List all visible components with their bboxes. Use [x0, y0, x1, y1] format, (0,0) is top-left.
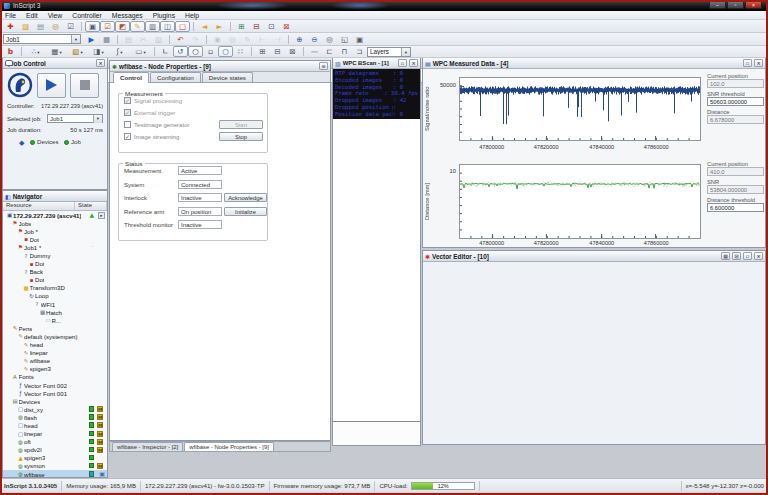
- point-style-dropdown[interactable]: ∴: [25, 46, 46, 57]
- job-selector[interactable]: Job1: [3, 34, 81, 44]
- node-style-dropdown[interactable]: ▭: [130, 46, 151, 57]
- initialize-button[interactable]: Initialize: [224, 207, 267, 216]
- view-split-toggle[interactable]: ◫: [160, 21, 175, 32]
- tree-item-default-systempen[interactable]: ✎default (systempen): [3, 332, 107, 340]
- tree-item-sysmon[interactable]: ◍sysmonM: [3, 462, 107, 470]
- menu-edit[interactable]: Edit: [21, 12, 43, 19]
- job-list-button[interactable]: ☑: [63, 21, 78, 32]
- tree-item-hatch[interactable]: ▦Hatch: [3, 308, 107, 316]
- document-tab[interactable]: wfibase - Node Properties - [9]: [184, 442, 274, 451]
- gradient-style-dropdown[interactable]: ◨: [88, 46, 109, 57]
- rect-tool-button[interactable]: ▫: [203, 46, 218, 57]
- tree-item-wfibase[interactable]: ◍wfibase: [3, 470, 107, 477]
- field-snr-threshold[interactable]: 50603.000000: [707, 97, 764, 106]
- align-right-button[interactable]: ⊐: [352, 46, 367, 57]
- tree-item-linepar[interactable]: ✎linepar: [3, 349, 107, 357]
- points-tool-button[interactable]: ∷: [233, 46, 248, 57]
- layers-selector[interactable]: Layers: [367, 47, 411, 57]
- view-inspector-toggle[interactable]: ◩: [115, 21, 130, 32]
- curve-tool-button[interactable]: ↺: [173, 46, 188, 57]
- tree-item-head[interactable]: ✎head: [3, 341, 107, 349]
- export-job-button[interactable]: ►: [212, 21, 227, 32]
- tree-item-dot[interactable]: ▪Dot: [3, 260, 107, 268]
- tree-item-pens[interactable]: ✎Pens: [3, 324, 107, 332]
- tree-item-dist-xy[interactable]: ▢dist_xyM: [3, 405, 107, 413]
- close-panel-icon[interactable]: ×: [754, 252, 763, 260]
- tree-item-172-29-227-239-ascv41[interactable]: ▣172.29.227.239 (ascv41): [3, 211, 107, 219]
- monitor-close-button[interactable]: ⊠: [279, 21, 294, 32]
- checkbox-external-trigger[interactable]: [124, 109, 131, 116]
- float-panel-icon[interactable]: ▫: [398, 59, 407, 67]
- align-left-button[interactable]: ⊏: [322, 46, 337, 57]
- align-line-button[interactable]: —: [307, 46, 322, 57]
- monitor-add-button[interactable]: ⊞: [234, 21, 249, 32]
- tree-item-oft[interactable]: ◍oftM: [3, 438, 107, 446]
- align-top-button[interactable]: ⊓: [337, 46, 352, 57]
- curve-style-dropdown[interactable]: ʃ: [109, 46, 130, 57]
- tree-item-fonts[interactable]: AFonts: [3, 373, 107, 381]
- tree-item-job1[interactable]: ⚑Job1 *: [3, 243, 107, 251]
- checkbox-signal-processing[interactable]: [124, 97, 131, 104]
- tree-item-dummy[interactable]: ?Dummy: [3, 251, 107, 259]
- import-job-button[interactable]: ◄: [197, 21, 212, 32]
- save-button[interactable]: ▤: [33, 21, 48, 32]
- pin-panel-icon[interactable]: ⊡: [732, 252, 741, 260]
- tree-item-r[interactable]: ▭R...: [3, 316, 107, 324]
- tree-item-dot[interactable]: ▪Dot: [3, 276, 107, 284]
- zoom-selection-button[interactable]: ◱: [337, 34, 352, 45]
- fill-style-dropdown[interactable]: ▦: [46, 46, 67, 57]
- float-panel-icon[interactable]: ▫: [743, 252, 752, 260]
- view-properties-toggle[interactable]: ☑: [100, 21, 115, 32]
- stop-button[interactable]: Stop: [219, 132, 263, 141]
- field-distance-threshold[interactable]: 6.600000: [707, 203, 764, 212]
- tab-device-states[interactable]: Device states: [202, 72, 253, 82]
- tree-item-transform3d[interactable]: ■Transform3D: [3, 284, 107, 292]
- acknowledge-button[interactable]: Acknowledge: [224, 193, 267, 202]
- tree-item-wfibase[interactable]: ✎wfibase: [3, 357, 107, 365]
- new-job-button[interactable]: ✚: [3, 21, 18, 32]
- pen-style-button[interactable]: b: [3, 46, 18, 57]
- close-panel-icon[interactable]: ×: [754, 59, 763, 67]
- tree-item-loop[interactable]: ↻Loop: [3, 292, 107, 300]
- tree-item-dot[interactable]: ▪Dot: [3, 235, 107, 243]
- group-button[interactable]: ⊞: [255, 46, 270, 57]
- checkbox-testimage-generator[interactable]: [124, 121, 131, 128]
- tree-item-vector-font-001[interactable]: ƒVector Font 001: [3, 389, 107, 397]
- tree-item-flash[interactable]: ◍flashM: [3, 413, 107, 421]
- menu-help[interactable]: Help: [180, 12, 204, 19]
- job-control-header[interactable]: Job Control ×: [3, 58, 107, 69]
- menu-file[interactable]: File: [0, 12, 21, 19]
- stop-job-button[interactable]: ■: [99, 34, 114, 45]
- column-state[interactable]: State: [75, 202, 107, 210]
- circle-tool-button[interactable]: ○: [188, 46, 203, 57]
- pointcloud-viewport[interactable]: [423, 262, 765, 444]
- view-navigator-toggle[interactable]: ▣: [85, 21, 100, 32]
- layers-panel-icon[interactable]: ▦: [721, 252, 730, 260]
- tree-item-spigen3[interactable]: ▲spigen3: [3, 454, 107, 462]
- measured-data-header[interactable]: WPC Measured Data - [4] ▫ ×: [423, 58, 765, 69]
- stop-job-button[interactable]: [70, 73, 99, 98]
- monitor-view-button[interactable]: ⊡: [264, 21, 279, 32]
- pin-icon[interactable]: ⊙: [319, 62, 328, 70]
- float-panel-icon[interactable]: ▫: [743, 59, 752, 67]
- undo-button[interactable]: ↶: [173, 34, 188, 45]
- open-job-button[interactable]: ▨: [18, 21, 33, 32]
- menu-view[interactable]: View: [43, 12, 68, 19]
- menu-messages[interactable]: Messages: [107, 12, 148, 19]
- close-panel-icon[interactable]: ×: [96, 59, 105, 67]
- tab-control[interactable]: Control: [113, 72, 149, 83]
- tree-item-linepar[interactable]: ▢lineparM: [3, 430, 107, 438]
- ungroup-button[interactable]: ⊟: [270, 46, 285, 57]
- zoom-out-button[interactable]: ⊖: [307, 34, 322, 45]
- expand-button[interactable]: [98, 212, 105, 219]
- maximize-button[interactable]: [727, 1, 744, 9]
- navigator-header[interactable]: Navigator: [3, 191, 107, 202]
- minimize-button[interactable]: [709, 1, 726, 9]
- zoom-fit-button[interactable]: ◎: [322, 34, 337, 45]
- bscan-header[interactable]: WPC BScan - [1] ▫ ×: [333, 58, 420, 69]
- view-close-toggle[interactable]: ▢: [175, 21, 190, 32]
- find-job-button[interactable]: ◎: [48, 21, 63, 32]
- vector-editor-header[interactable]: Vector Editor - [10] ▦ ⊡ ▫ ×: [423, 251, 765, 262]
- view-editor-toggle[interactable]: ✎: [130, 21, 145, 32]
- run-job-button[interactable]: ▶: [84, 34, 99, 45]
